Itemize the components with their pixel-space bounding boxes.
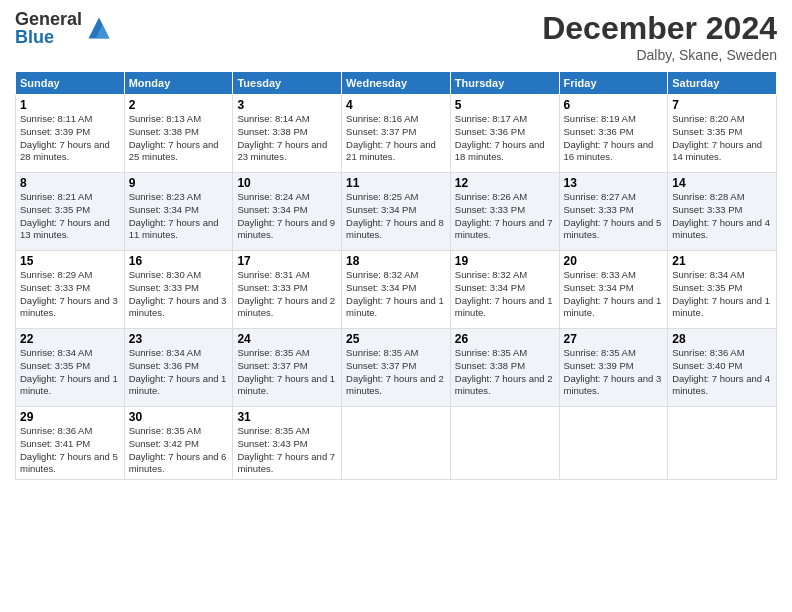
calendar-header-row: SundayMondayTuesdayWednesdayThursdayFrid… (16, 72, 777, 95)
calendar-day-header: Sunday (16, 72, 125, 95)
logo-text: General Blue (15, 10, 82, 46)
day-info: Sunrise: 8:23 AMSunset: 3:34 PMDaylight:… (129, 191, 219, 240)
calendar-cell: 3 Sunrise: 8:14 AMSunset: 3:38 PMDayligh… (233, 95, 342, 173)
day-number: 28 (672, 332, 772, 346)
day-number: 14 (672, 176, 772, 190)
location: Dalby, Skane, Sweden (542, 47, 777, 63)
calendar-cell: 11 Sunrise: 8:25 AMSunset: 3:34 PMDaylig… (342, 173, 451, 251)
calendar-cell: 2 Sunrise: 8:13 AMSunset: 3:38 PMDayligh… (124, 95, 233, 173)
calendar-day-header: Tuesday (233, 72, 342, 95)
calendar-cell (559, 407, 668, 480)
calendar-cell: 24 Sunrise: 8:35 AMSunset: 3:37 PMDaylig… (233, 329, 342, 407)
day-number: 19 (455, 254, 555, 268)
day-info: Sunrise: 8:32 AMSunset: 3:34 PMDaylight:… (346, 269, 444, 318)
day-info: Sunrise: 8:35 AMSunset: 3:37 PMDaylight:… (237, 347, 335, 396)
calendar-cell: 23 Sunrise: 8:34 AMSunset: 3:36 PMDaylig… (124, 329, 233, 407)
day-info: Sunrise: 8:27 AMSunset: 3:33 PMDaylight:… (564, 191, 662, 240)
calendar-day-header: Thursday (450, 72, 559, 95)
day-info: Sunrise: 8:34 AMSunset: 3:35 PMDaylight:… (672, 269, 770, 318)
day-info: Sunrise: 8:34 AMSunset: 3:36 PMDaylight:… (129, 347, 227, 396)
calendar-day-header: Monday (124, 72, 233, 95)
logo-icon (85, 14, 113, 42)
calendar-cell: 17 Sunrise: 8:31 AMSunset: 3:33 PMDaylig… (233, 251, 342, 329)
calendar-cell: 28 Sunrise: 8:36 AMSunset: 3:40 PMDaylig… (668, 329, 777, 407)
day-info: Sunrise: 8:11 AMSunset: 3:39 PMDaylight:… (20, 113, 110, 162)
day-number: 15 (20, 254, 120, 268)
day-info: Sunrise: 8:21 AMSunset: 3:35 PMDaylight:… (20, 191, 110, 240)
day-info: Sunrise: 8:26 AMSunset: 3:33 PMDaylight:… (455, 191, 553, 240)
calendar-cell: 31 Sunrise: 8:35 AMSunset: 3:43 PMDaylig… (233, 407, 342, 480)
day-number: 21 (672, 254, 772, 268)
day-info: Sunrise: 8:35 AMSunset: 3:37 PMDaylight:… (346, 347, 444, 396)
day-info: Sunrise: 8:30 AMSunset: 3:33 PMDaylight:… (129, 269, 227, 318)
day-info: Sunrise: 8:36 AMSunset: 3:41 PMDaylight:… (20, 425, 118, 474)
day-number: 7 (672, 98, 772, 112)
day-number: 22 (20, 332, 120, 346)
calendar-cell: 8 Sunrise: 8:21 AMSunset: 3:35 PMDayligh… (16, 173, 125, 251)
calendar-cell: 1 Sunrise: 8:11 AMSunset: 3:39 PMDayligh… (16, 95, 125, 173)
calendar-cell: 12 Sunrise: 8:26 AMSunset: 3:33 PMDaylig… (450, 173, 559, 251)
day-number: 24 (237, 332, 337, 346)
calendar-cell: 13 Sunrise: 8:27 AMSunset: 3:33 PMDaylig… (559, 173, 668, 251)
day-info: Sunrise: 8:25 AMSunset: 3:34 PMDaylight:… (346, 191, 444, 240)
calendar-cell: 19 Sunrise: 8:32 AMSunset: 3:34 PMDaylig… (450, 251, 559, 329)
month-title: December 2024 (542, 10, 777, 47)
calendar-cell: 26 Sunrise: 8:35 AMSunset: 3:38 PMDaylig… (450, 329, 559, 407)
day-number: 4 (346, 98, 446, 112)
calendar-cell: 4 Sunrise: 8:16 AMSunset: 3:37 PMDayligh… (342, 95, 451, 173)
calendar-day-header: Saturday (668, 72, 777, 95)
day-info: Sunrise: 8:34 AMSunset: 3:35 PMDaylight:… (20, 347, 118, 396)
day-number: 2 (129, 98, 229, 112)
calendar-cell (342, 407, 451, 480)
day-number: 5 (455, 98, 555, 112)
calendar-cell: 20 Sunrise: 8:33 AMSunset: 3:34 PMDaylig… (559, 251, 668, 329)
day-number: 31 (237, 410, 337, 424)
day-info: Sunrise: 8:29 AMSunset: 3:33 PMDaylight:… (20, 269, 118, 318)
day-number: 20 (564, 254, 664, 268)
day-number: 17 (237, 254, 337, 268)
day-number: 26 (455, 332, 555, 346)
day-number: 9 (129, 176, 229, 190)
calendar-cell: 21 Sunrise: 8:34 AMSunset: 3:35 PMDaylig… (668, 251, 777, 329)
day-number: 8 (20, 176, 120, 190)
calendar-cell: 16 Sunrise: 8:30 AMSunset: 3:33 PMDaylig… (124, 251, 233, 329)
page: General Blue December 2024 Dalby, Skane,… (0, 0, 792, 612)
calendar-cell: 30 Sunrise: 8:35 AMSunset: 3:42 PMDaylig… (124, 407, 233, 480)
day-number: 25 (346, 332, 446, 346)
calendar-cell: 9 Sunrise: 8:23 AMSunset: 3:34 PMDayligh… (124, 173, 233, 251)
day-info: Sunrise: 8:20 AMSunset: 3:35 PMDaylight:… (672, 113, 762, 162)
day-number: 13 (564, 176, 664, 190)
day-number: 16 (129, 254, 229, 268)
calendar-cell: 15 Sunrise: 8:29 AMSunset: 3:33 PMDaylig… (16, 251, 125, 329)
day-number: 29 (20, 410, 120, 424)
logo-general: General (15, 10, 82, 28)
calendar-cell: 5 Sunrise: 8:17 AMSunset: 3:36 PMDayligh… (450, 95, 559, 173)
day-number: 23 (129, 332, 229, 346)
day-info: Sunrise: 8:35 AMSunset: 3:38 PMDaylight:… (455, 347, 553, 396)
day-number: 27 (564, 332, 664, 346)
calendar-cell: 29 Sunrise: 8:36 AMSunset: 3:41 PMDaylig… (16, 407, 125, 480)
day-info: Sunrise: 8:16 AMSunset: 3:37 PMDaylight:… (346, 113, 436, 162)
day-number: 30 (129, 410, 229, 424)
calendar-day-header: Wednesday (342, 72, 451, 95)
calendar-cell: 25 Sunrise: 8:35 AMSunset: 3:37 PMDaylig… (342, 329, 451, 407)
day-info: Sunrise: 8:17 AMSunset: 3:36 PMDaylight:… (455, 113, 545, 162)
day-info: Sunrise: 8:28 AMSunset: 3:33 PMDaylight:… (672, 191, 770, 240)
day-info: Sunrise: 8:35 AMSunset: 3:43 PMDaylight:… (237, 425, 335, 474)
calendar-cell: 10 Sunrise: 8:24 AMSunset: 3:34 PMDaylig… (233, 173, 342, 251)
day-number: 10 (237, 176, 337, 190)
day-info: Sunrise: 8:14 AMSunset: 3:38 PMDaylight:… (237, 113, 327, 162)
logo-blue: Blue (15, 28, 82, 46)
calendar-cell: 27 Sunrise: 8:35 AMSunset: 3:39 PMDaylig… (559, 329, 668, 407)
day-number: 18 (346, 254, 446, 268)
day-info: Sunrise: 8:33 AMSunset: 3:34 PMDaylight:… (564, 269, 662, 318)
calendar-table: SundayMondayTuesdayWednesdayThursdayFrid… (15, 71, 777, 480)
day-number: 1 (20, 98, 120, 112)
day-info: Sunrise: 8:36 AMSunset: 3:40 PMDaylight:… (672, 347, 770, 396)
day-number: 3 (237, 98, 337, 112)
day-number: 6 (564, 98, 664, 112)
calendar-day-header: Friday (559, 72, 668, 95)
calendar-cell: 7 Sunrise: 8:20 AMSunset: 3:35 PMDayligh… (668, 95, 777, 173)
header: General Blue December 2024 Dalby, Skane,… (15, 10, 777, 63)
title-block: December 2024 Dalby, Skane, Sweden (542, 10, 777, 63)
